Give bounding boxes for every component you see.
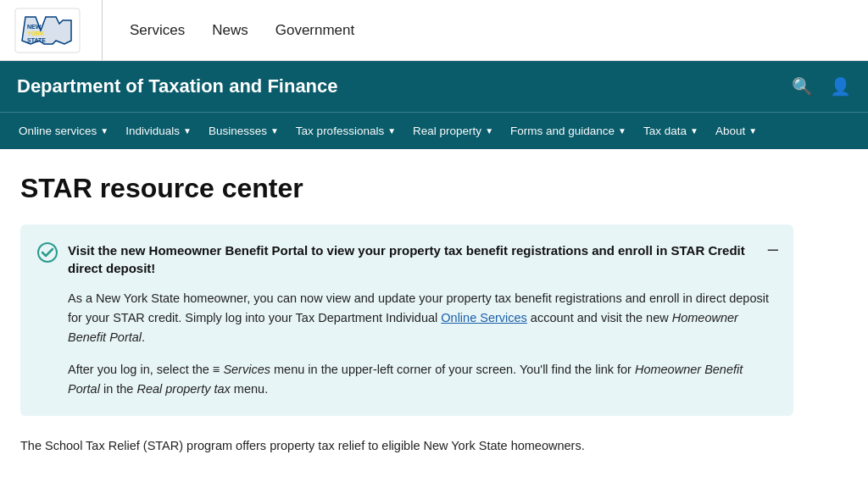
department-header: Department of Taxation and Finance 🔍 👤 — [0, 61, 868, 112]
page-title: STAR resource center — [20, 173, 793, 204]
nav-item-tax-data[interactable]: Tax data ▼ — [635, 113, 707, 150]
ny-state-logo[interactable]: NEW YORK STATE — [14, 7, 81, 54]
user-icon[interactable]: 👤 — [830, 76, 851, 97]
nav-item-about[interactable]: About ▼ — [707, 113, 765, 150]
info-paragraph-1: As a New York State homeowner, you can n… — [68, 289, 773, 348]
info-box: – Visit the new Homeowner Benefit Portal… — [20, 225, 793, 416]
online-services-link[interactable]: Online Services — [441, 311, 527, 324]
svg-point-4 — [38, 243, 57, 262]
check-circle-icon — [37, 242, 58, 263]
svg-text:YORK: YORK — [27, 30, 44, 36]
topnav-item-government[interactable]: Government — [275, 22, 355, 39]
nav-item-real-property[interactable]: Real property ▼ — [404, 113, 502, 150]
nav-item-businesses[interactable]: Businesses ▼ — [200, 113, 287, 150]
nav-item-tax-professionals[interactable]: Tax professionals ▼ — [287, 113, 404, 150]
footer-text: The School Tax Relief (STAR) program off… — [20, 436, 793, 456]
info-box-body: As a New York State homeowner, you can n… — [37, 289, 773, 399]
main-nav-list: Online services ▼ Individuals ▼ Business… — [10, 113, 765, 150]
search-icon[interactable]: 🔍 — [792, 76, 813, 97]
top-navigation: NEW YORK STATE Services News Government — [0, 0, 868, 61]
chevron-icon: ▼ — [270, 113, 279, 150]
nav-item-forms-guidance[interactable]: Forms and guidance ▼ — [502, 113, 635, 150]
chevron-icon: ▼ — [485, 113, 493, 150]
info-box-title: Visit the new Homeowner Benefit Portal t… — [68, 241, 773, 277]
main-navigation: Online services ▼ Individuals ▼ Business… — [0, 112, 868, 149]
department-title: Department of Taxation and Finance — [17, 75, 338, 97]
collapse-button[interactable]: – — [768, 240, 778, 258]
info-box-header: Visit the new Homeowner Benefit Portal t… — [37, 241, 773, 277]
main-content: STAR resource center – Visit the new Hom… — [0, 149, 814, 473]
chevron-icon: ▼ — [748, 113, 757, 150]
logo-area: NEW YORK STATE — [14, 0, 103, 60]
chevron-icon: ▼ — [183, 113, 192, 150]
chevron-icon: ▼ — [387, 113, 396, 150]
chevron-icon: ▼ — [100, 113, 108, 150]
header-icons: 🔍 👤 — [792, 76, 851, 97]
svg-text:STATE: STATE — [27, 37, 46, 43]
nav-item-online-services[interactable]: Online services ▼ — [10, 113, 117, 150]
chevron-icon: ▼ — [618, 113, 626, 150]
nav-item-individuals[interactable]: Individuals ▼ — [117, 113, 200, 150]
chevron-icon: ▼ — [690, 113, 698, 150]
info-paragraph-2: After you log in, select the ≡ Services … — [68, 360, 773, 399]
svg-text:NEW: NEW — [27, 24, 42, 30]
topnav-item-news[interactable]: News — [212, 22, 248, 39]
topnav-item-services[interactable]: Services — [130, 22, 185, 39]
top-nav-links: Services News Government — [130, 22, 354, 39]
